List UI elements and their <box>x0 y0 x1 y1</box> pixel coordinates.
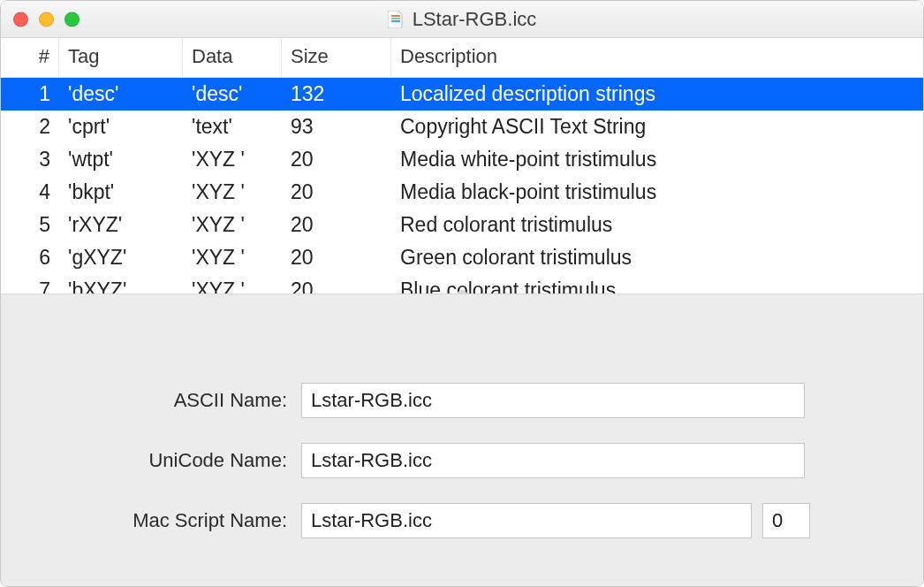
cell-description: Copyright ASCII Text String <box>391 111 923 143</box>
cell-description: Green colorant tristimulus <box>391 241 923 274</box>
ascii-name-field[interactable] <box>301 383 805 418</box>
document-icon <box>388 11 404 28</box>
cell-description: Blue colorant tristimulus <box>391 274 923 294</box>
cell-description: Media white-point tristimulus <box>391 143 923 176</box>
table-row[interactable]: 3'wtpt''XYZ '20Media white-point tristim… <box>1 143 923 176</box>
cell-index: 6 <box>1 241 59 274</box>
table-row[interactable]: 1'desc''desc'132Localized description st… <box>1 78 923 111</box>
cell-size: 132 <box>282 78 391 111</box>
cell-data: 'XYZ ' <box>183 209 282 241</box>
cell-index: 2 <box>1 111 59 143</box>
ascii-name-label: ASCII Name: <box>72 389 301 412</box>
table-row[interactable]: 2'cprt''text'93Copyright ASCII Text Stri… <box>1 111 923 143</box>
mac-script-code-field[interactable] <box>762 503 810 538</box>
titlebar[interactable]: LStar-RGB.icc <box>1 1 923 38</box>
unicode-name-field[interactable] <box>301 443 805 478</box>
cell-size: 20 <box>282 143 391 176</box>
column-header-index[interactable]: # <box>1 38 59 77</box>
details-panel: ASCII Name: UniCode Name: Mac Script Nam… <box>1 294 923 586</box>
cell-data: 'desc' <box>183 78 282 111</box>
cell-data: 'XYZ ' <box>183 274 282 294</box>
title-wrap: LStar-RGB.icc <box>388 8 537 31</box>
cell-description: Red colorant tristimulus <box>391 209 923 241</box>
maximize-button[interactable] <box>64 11 80 27</box>
cell-description: Localized description strings <box>391 78 923 111</box>
cell-data: 'XYZ ' <box>183 143 282 176</box>
cell-tag: 'rXYZ' <box>59 209 183 241</box>
table-row[interactable]: 4'bkpt''XYZ '20Media black-point tristim… <box>1 176 923 209</box>
table-header-row: # Tag Data Size Description <box>1 38 923 78</box>
traffic-lights <box>13 11 80 27</box>
cell-index: 5 <box>1 209 59 241</box>
cell-size: 20 <box>282 176 391 209</box>
column-header-description[interactable]: Description <box>391 38 923 77</box>
cell-size: 93 <box>282 111 391 143</box>
cell-index: 4 <box>1 176 59 209</box>
cell-size: 20 <box>282 209 391 241</box>
tag-table: # Tag Data Size Description 1'desc''desc… <box>1 38 923 294</box>
table-row[interactable]: 6'gXYZ''XYZ '20Green colorant tristimulu… <box>1 241 923 274</box>
cell-index: 1 <box>1 78 59 111</box>
cell-tag: 'cprt' <box>59 111 183 143</box>
mac-script-name-field[interactable] <box>301 503 752 538</box>
table-body: 1'desc''desc'132Localized description st… <box>1 78 923 294</box>
minimize-button[interactable] <box>39 11 54 27</box>
cell-tag: 'bkpt' <box>59 176 183 209</box>
mac-script-name-row: Mac Script Name: <box>72 503 923 538</box>
cell-index: 7 <box>1 274 59 294</box>
column-header-data[interactable]: Data <box>183 38 282 77</box>
table-row[interactable]: 5'rXYZ''XYZ '20Red colorant tristimulus <box>1 209 923 241</box>
cell-tag: 'wtpt' <box>59 143 183 176</box>
app-window: LStar-RGB.icc # Tag Data Size Descriptio… <box>0 0 924 587</box>
window-title: LStar-RGB.icc <box>413 8 537 31</box>
unicode-name-label: UniCode Name: <box>72 449 301 472</box>
close-button[interactable] <box>13 11 28 27</box>
column-header-tag[interactable]: Tag <box>59 38 183 77</box>
cell-data: 'XYZ ' <box>183 176 282 209</box>
ascii-name-row: ASCII Name: <box>72 383 923 418</box>
unicode-name-row: UniCode Name: <box>72 443 923 478</box>
cell-data: 'XYZ ' <box>183 241 282 274</box>
cell-data: 'text' <box>183 111 282 143</box>
cell-size: 20 <box>282 274 391 294</box>
column-header-size[interactable]: Size <box>282 38 391 77</box>
cell-size: 20 <box>282 241 391 274</box>
cell-tag: 'gXYZ' <box>59 241 183 274</box>
cell-tag: 'desc' <box>59 78 183 111</box>
cell-tag: 'bXYZ' <box>59 274 183 294</box>
cell-description: Media black-point tristimulus <box>391 176 923 209</box>
cell-index: 3 <box>1 143 59 176</box>
mac-script-name-label: Mac Script Name: <box>72 509 301 532</box>
